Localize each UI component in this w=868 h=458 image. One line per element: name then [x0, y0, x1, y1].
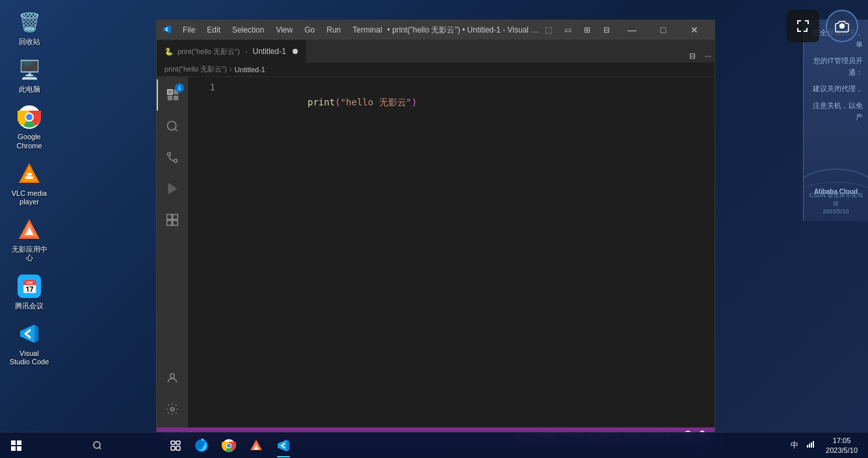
desktop-icon-chrome[interactable]: Google Chrome [7, 101, 52, 152]
menu-edit[interactable]: Edit [202, 24, 226, 36]
code-editor[interactable]: print("hello 无影云") [220, 77, 715, 427]
tray-network[interactable] [804, 440, 818, 451]
task-view-button[interactable] [163, 433, 189, 459]
vscode-desktop-label: Visual Studio Code [9, 349, 49, 366]
vscode-logo-icon [162, 24, 172, 36]
taskbar-apps [189, 433, 296, 459]
title-bar-left: File Edit Selection View Go Run Terminal [162, 24, 388, 36]
desktop: 🗑️ 回收站 🖥️ 此电脑 Google Chrome [0, 0, 868, 458]
chrome-icon [16, 104, 42, 130]
taskbar-edge[interactable] [189, 433, 215, 459]
menu-view[interactable]: View [270, 24, 298, 36]
editor-tab[interactable]: 🐍 print("hello 无影云") › Untitled-1 [157, 40, 306, 62]
fullscreen-button[interactable] [787, 10, 819, 42]
desktop-icons: 🗑️ 回收站 🖥️ 此电脑 Google Chrome [7, 7, 52, 369]
svg-rect-21 [173, 221, 178, 226]
title-menu: File Edit Selection View Go Run Terminal [178, 24, 388, 36]
recycle-bin-icon: 🗑️ [16, 9, 42, 35]
menu-file[interactable]: File [178, 24, 200, 36]
code-line-1: print("hello 无影云") [231, 82, 709, 123]
svg-point-42 [227, 444, 231, 448]
activity-search[interactable] [157, 111, 188, 142]
vlc-icon [16, 161, 42, 187]
desktop-icon-my-computer[interactable]: 🖥️ 此电脑 [7, 54, 52, 96]
tray-language[interactable]: 中 [788, 440, 801, 451]
clock-date: 2023/5/10 [826, 446, 858, 455]
desktop-icon-recycle-bin[interactable]: 🗑️ 回收站 [7, 7, 52, 49]
activity-bar: 1 [157, 77, 188, 427]
line-numbers: 1 [188, 77, 220, 427]
svg-marker-17 [168, 184, 176, 194]
tab-modified-indicator [293, 49, 298, 54]
svg-rect-19 [173, 215, 178, 220]
activity-account[interactable] [157, 362, 188, 394]
tencent-icon: 📅 [16, 273, 42, 299]
breadcrumb-prefix: print("hello 无影云") [164, 64, 227, 74]
desktop-icon-vscode[interactable]: Visual Studio Code [7, 318, 52, 369]
svg-rect-35 [176, 441, 180, 444]
taskbar: 中 17:05 2023/5/10 [0, 432, 868, 458]
editor-container[interactable]: 1 print("hello 无影云") [188, 77, 715, 427]
svg-rect-36 [171, 446, 175, 450]
close-button[interactable]: ✕ [679, 20, 709, 40]
layout-btn-1[interactable]: ⬚ [539, 20, 557, 40]
taskbar-wuying[interactable] [243, 433, 269, 459]
layout-btn-2[interactable]: ▭ [559, 20, 577, 40]
taskbar-vscode[interactable] [270, 433, 296, 459]
alibaba-bottom-text: CSDN @世界尽头与你 2023/5/10 [806, 191, 865, 215]
activity-source-control[interactable] [157, 142, 188, 173]
window-title: • print("hello 无影云") • Untitled-1 - Visu… [388, 25, 539, 36]
svg-rect-32 [17, 446, 21, 451]
code-function-name: print [308, 97, 335, 107]
computer-icon: 🖥️ [16, 57, 42, 83]
tencent-label: 腾讯会议 [15, 302, 44, 310]
wuying-label: 无影应用中心 [9, 245, 49, 262]
vlc-label: VLC media player [9, 189, 49, 206]
menu-go[interactable]: Go [299, 24, 320, 36]
breadcrumb-filename: Untitled-1 [235, 66, 265, 74]
tab-prefix: print("hello 无影云") [178, 47, 240, 57]
taskbar-chrome[interactable] [216, 433, 242, 459]
layout-btn-3[interactable]: ⊞ [578, 20, 596, 40]
svg-rect-20 [167, 221, 172, 226]
alibaba-panel: 在全屏模式下，单 您的IT管理员开通： 建议关闭代理， 注意关机，以免产 Ali… [803, 20, 868, 221]
taskbar-search[interactable] [33, 433, 163, 459]
title-controls: ⬚ ▭ ⊞ ⊟ — □ ✕ [539, 20, 709, 40]
svg-point-3 [26, 114, 33, 120]
tab-filename: Untitled-1 [253, 47, 286, 56]
taskbar-tray: 中 17:05 2023/5/10 [788, 436, 868, 455]
menu-run[interactable]: Run [321, 24, 346, 36]
title-bar: File Edit Selection View Go Run Terminal… [157, 20, 715, 40]
activity-explorer[interactable]: 1 [157, 79, 188, 111]
menu-terminal[interactable]: Terminal [347, 24, 387, 36]
svg-rect-46 [807, 445, 808, 448]
explorer-badge: 1 [175, 83, 184, 92]
start-button[interactable] [0, 433, 33, 459]
minimize-button[interactable]: — [617, 20, 647, 40]
svg-text:📅: 📅 [21, 279, 38, 295]
svg-rect-29 [11, 440, 16, 445]
code-string-value: "hello 无影云" [341, 97, 412, 107]
desktop-icon-vlc[interactable]: VLC media player [7, 158, 52, 209]
tray-clock[interactable]: 17:05 2023/5/10 [821, 436, 863, 455]
vscode-window: File Edit Selection View Go Run Terminal… [156, 20, 715, 442]
svg-rect-30 [17, 440, 21, 445]
clock-time: 17:05 [826, 436, 858, 445]
desktop-icon-tencent[interactable]: 📅 腾讯会议 [7, 271, 52, 313]
wuying-icon [16, 217, 42, 243]
activity-run-debug[interactable] [157, 173, 188, 204]
computer-label: 此电脑 [19, 85, 40, 94]
menu-selection[interactable]: Selection [227, 24, 269, 36]
split-editor-button[interactable]: ⊟ [686, 49, 699, 62]
activity-settings[interactable] [157, 394, 188, 425]
layout-btn-4[interactable]: ⊟ [598, 20, 616, 40]
activity-extensions[interactable] [157, 204, 188, 236]
more-actions-button[interactable]: ··· [702, 49, 715, 62]
screenshot-button[interactable] [826, 10, 858, 42]
maximize-button[interactable]: □ [648, 20, 678, 40]
vscode-desktop-icon [16, 321, 42, 347]
code-open-paren: ( [335, 97, 340, 107]
desktop-icon-wuying[interactable]: 无影应用中心 [7, 214, 52, 265]
recycle-bin-label: 回收站 [19, 38, 40, 46]
main-area: 1 [157, 77, 715, 427]
